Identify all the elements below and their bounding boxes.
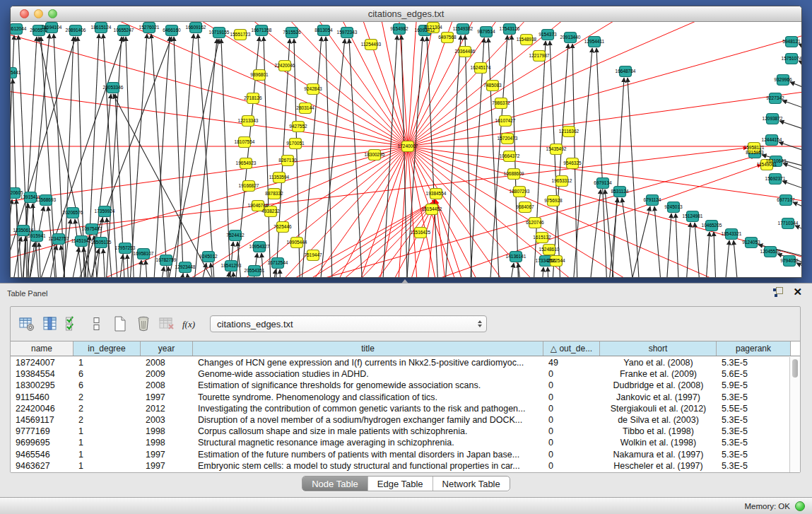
graph-edge[interactable]	[126, 37, 138, 277]
graph-edge[interactable]	[443, 35, 461, 277]
table-row[interactable]: 911546021997Tourette syndrome. Phenomeno…	[11, 392, 789, 403]
graph-edge[interactable]	[779, 121, 801, 143]
close-window-button[interactable]	[20, 9, 29, 18]
select-all-icon[interactable]	[64, 315, 83, 333]
graph-edge[interactable]	[223, 242, 233, 277]
graph-edge[interactable]	[408, 22, 801, 146]
graph-edge[interactable]	[535, 267, 543, 277]
graph-edge[interactable]	[198, 34, 220, 277]
graph-edge[interactable]	[83, 94, 111, 277]
column-header-pagerank[interactable]: pagerank	[717, 341, 791, 356]
graph-edge[interactable]	[464, 38, 484, 277]
graph-edge[interactable]	[427, 37, 445, 277]
close-panel-button[interactable]: ✕	[793, 287, 802, 297]
graph-edge[interactable]	[700, 232, 710, 277]
cell-year: 1998	[141, 438, 193, 448]
graph-edge[interactable]	[57, 247, 79, 277]
table-selector-dropdown[interactable]: citations_edges.txt	[210, 315, 487, 332]
float-panel-button[interactable]	[773, 287, 783, 297]
delete-table-icon[interactable]	[158, 315, 176, 333]
graph-edge[interactable]	[518, 263, 532, 277]
graph-edge[interactable]	[408, 146, 801, 271]
graph-edge[interactable]	[796, 263, 801, 277]
show-columns-icon[interactable]	[41, 315, 59, 333]
column-header-name[interactable]: name	[11, 341, 73, 356]
graph-edge[interactable]	[408, 22, 801, 146]
graph-edge[interactable]	[695, 223, 707, 277]
graph-edge[interactable]	[799, 61, 801, 83]
column-header-out_degree[interactable]: △ out_de...	[543, 341, 600, 356]
graph-edge[interactable]	[221, 39, 235, 277]
graph-edge[interactable]	[187, 274, 201, 277]
graph-edge[interactable]	[408, 22, 801, 146]
graph-edge[interactable]	[799, 44, 801, 66]
graph-edge[interactable]	[550, 41, 566, 277]
table-row[interactable]: 1456911722003Disruption of a novel membe…	[11, 414, 789, 426]
tab-network-table[interactable]: Network Table	[433, 477, 510, 491]
graph-edge[interactable]	[548, 267, 553, 277]
tab-edge-table[interactable]: Edge Table	[368, 477, 433, 491]
table-row[interactable]: 1938455462009Genome-wide association stu…	[11, 368, 789, 380]
window-titlebar[interactable]: citations_edges.txt	[11, 6, 801, 22]
graph-edge[interactable]	[103, 249, 110, 277]
graph-edge[interactable]	[167, 34, 194, 277]
table-vertical-scrollbar[interactable]	[789, 357, 800, 472]
column-header-title[interactable]: title	[193, 341, 543, 356]
graph-edge[interactable]	[223, 272, 229, 277]
table-row[interactable]: 1830029562008Estimation of significance …	[11, 380, 789, 391]
graph-edge[interactable]	[408, 146, 801, 277]
table-row[interactable]: 946362711997Embryonic stem cells: a mode…	[11, 460, 789, 472]
graph-edge[interactable]	[408, 22, 801, 146]
column-header-in_degree[interactable]: in_degree	[73, 341, 141, 356]
graph-edge[interactable]	[408, 146, 801, 277]
table-row[interactable]: 1872400712008Changes of HCN gene express…	[11, 357, 789, 368]
scrollbar-thumb[interactable]	[792, 359, 798, 378]
graph-edge[interactable]	[714, 232, 720, 277]
graph-edge[interactable]	[408, 146, 801, 277]
cell-in_degree: 6	[73, 380, 141, 390]
graph-edge[interactable]	[719, 240, 729, 277]
graph-edge[interactable]	[39, 245, 57, 277]
graph-edge[interactable]	[408, 22, 801, 146]
graph-edge[interactable]	[408, 146, 801, 277]
table-mode-icon[interactable]	[18, 315, 36, 333]
zoom-window-button[interactable]	[48, 9, 57, 18]
graph-edge[interactable]	[149, 267, 164, 277]
table-row[interactable]: 946554611997Estimation of the future num…	[11, 449, 789, 460]
graph-edge[interactable]	[408, 146, 801, 277]
graph-edge[interactable]	[498, 263, 514, 277]
delete-column-icon[interactable]	[134, 315, 153, 333]
table-row[interactable]: 2242004622012Investigating the contribut…	[11, 403, 789, 414]
deselect-all-icon[interactable]	[88, 315, 106, 333]
graph-edge[interactable]	[11, 148, 747, 238]
graph-node-label: 18807293	[510, 189, 530, 194]
cell-title: Tourette syndrome. Phenomenology and cla…	[193, 392, 543, 402]
graph-edge[interactable]	[189, 39, 217, 277]
graph-edge[interactable]	[233, 272, 242, 277]
graph-edge[interactable]	[782, 100, 801, 122]
function-builder-icon[interactable]: f(x)	[181, 315, 199, 333]
graph-edge[interactable]	[39, 243, 45, 277]
graph-edge[interactable]	[280, 269, 285, 277]
column-header-short[interactable]: short	[600, 341, 717, 356]
cell-in_degree: 1	[73, 450, 141, 460]
graph-edge[interactable]	[11, 199, 12, 277]
create-column-icon[interactable]	[111, 315, 129, 333]
tab-node-table[interactable]: Node Table	[302, 477, 368, 491]
table-row[interactable]: 969969511998Structural magnetic resonanc…	[11, 437, 789, 448]
cell-pagerank: 5.6E-5	[717, 369, 789, 379]
graph-edge[interactable]	[795, 226, 801, 247]
graph-edge[interactable]	[174, 37, 187, 277]
graph-edge[interactable]	[345, 146, 408, 277]
column-header-year[interactable]: year	[141, 341, 193, 356]
graph-edge[interactable]	[408, 22, 801, 146]
network-canvas[interactable]: 1861204429055721869410420891406186151241…	[11, 22, 801, 277]
graph-edge[interactable]	[408, 22, 801, 146]
graph-edge[interactable]	[408, 22, 801, 146]
minimize-window-button[interactable]	[34, 9, 43, 18]
graph-edge[interactable]	[664, 214, 671, 277]
graph-edge[interactable]	[349, 39, 367, 277]
graph-edge[interactable]	[408, 146, 801, 277]
table-row[interactable]: 977716911998Corpus callosum shape and si…	[11, 426, 789, 437]
graph-edge[interactable]	[408, 146, 801, 277]
